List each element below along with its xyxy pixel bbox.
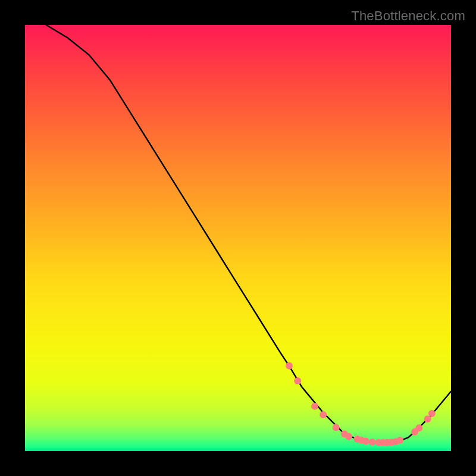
marker-dot: [345, 433, 352, 440]
bottleneck-curve: [46, 25, 451, 443]
marker-dot: [362, 438, 369, 445]
marker-dot: [333, 424, 340, 431]
marker-dot: [415, 424, 422, 431]
watermark-text: TheBottleneck.com: [351, 8, 465, 24]
marker-dot: [396, 437, 403, 444]
chart-frame: TheBottleneck.com: [0, 0, 476, 476]
curve-markers: [286, 362, 436, 446]
marker-dot: [320, 411, 327, 418]
marker-dot: [311, 403, 318, 410]
chart-overlay: [25, 25, 451, 451]
marker-dot: [294, 377, 301, 384]
marker-dot: [428, 410, 436, 417]
marker-dot: [369, 439, 376, 446]
marker-dot: [286, 362, 293, 369]
